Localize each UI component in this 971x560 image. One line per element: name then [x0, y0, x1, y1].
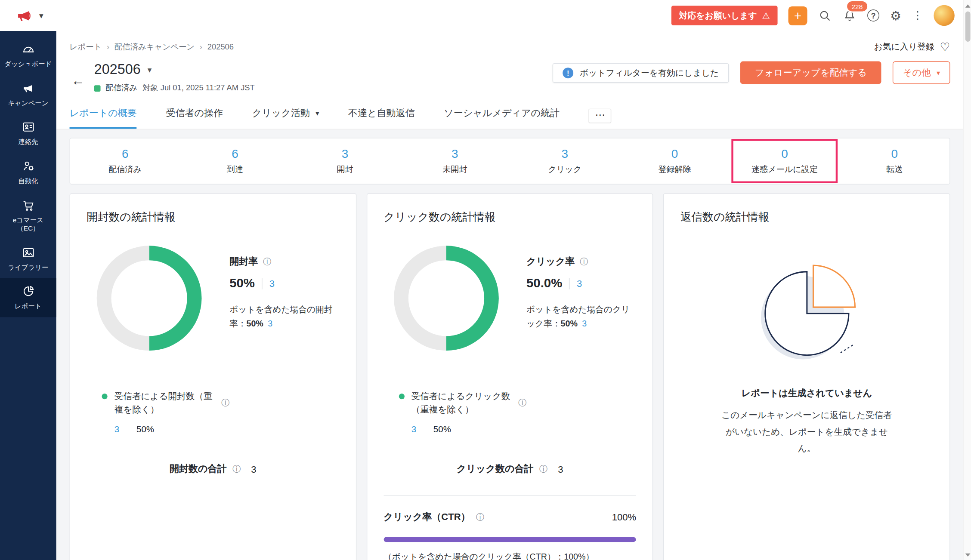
info-icon: !	[563, 68, 573, 78]
clicks-bot-note: ボットを含めた場合のクリック率：50%3	[526, 302, 636, 332]
page-title: 202506	[94, 61, 141, 77]
back-button[interactable]: ←	[71, 68, 85, 93]
tab-click-activity[interactable]: クリック活動 ▾	[252, 108, 319, 129]
open-count-link[interactable]: 3	[269, 278, 275, 289]
tab-report-overview[interactable]: レポートの概要	[70, 108, 137, 129]
info-icon[interactable]: ⓘ	[263, 256, 272, 268]
info-icon[interactable]: ⓘ	[232, 463, 241, 474]
create-new-button[interactable]: +	[789, 6, 807, 25]
app-logo-menu[interactable]: ▾	[15, 6, 43, 24]
warning-icon: ⚠	[762, 10, 770, 21]
topbar: ▾ 対応をお願いします ⚠ + 228	[0, 0, 971, 31]
tab-bounces-autoreplies[interactable]: 不達と自動返信	[348, 108, 415, 129]
sidebar-item-ecommerce[interactable]: eコマース（EC）	[0, 192, 56, 240]
scrollbar-thumb[interactable]	[965, 11, 971, 42]
replies-empty-state: レポートは生成されていません このメールキャンペーンに返信した受信者がいないため…	[680, 251, 933, 456]
add-favorite-button[interactable]: お気に入り登録 ♡	[874, 40, 950, 54]
sent-status-icon	[94, 85, 101, 92]
click-count-link[interactable]: 3	[577, 278, 582, 289]
legend-bullet-icon	[399, 394, 404, 399]
sidebar-item-campaigns[interactable]: キャンペーン	[0, 75, 56, 114]
more-options-button[interactable]: その他 ▾	[893, 61, 950, 84]
open-rate-value: 50%	[229, 276, 255, 291]
empty-state-message: このメールキャンペーンに返信した受信者がいないため、レポートを生成できません。	[720, 407, 894, 456]
stat-sent[interactable]: 6 配信済み	[70, 138, 180, 184]
opens-rate-block: 開封率 ⓘ 50% 3 ボットを含めた場合の開封率：50%3	[229, 246, 339, 332]
kebab-menu-icon: ⋮	[912, 9, 923, 22]
clicks-donut-chart	[394, 246, 499, 351]
opens-total-row: 開封数の合計 ⓘ 3	[87, 463, 339, 475]
sidebar-item-automation[interactable]: 自動化	[0, 153, 56, 192]
info-icon[interactable]: ⓘ	[580, 256, 588, 268]
sidebar-item-contacts[interactable]: 連絡先	[0, 114, 56, 153]
clicks-total-value: 3	[558, 464, 563, 474]
triangle-down-icon	[965, 553, 971, 556]
opens-stats-card: 開封数の統計情報 開封率 ⓘ 50% 3	[70, 193, 356, 560]
main-content: レポート › 配信済みキャンペーン › 202506 お気に入り登録 ♡ ← 2…	[56, 31, 964, 560]
help-button[interactable]: ?	[867, 9, 879, 22]
sidebar-item-library[interactable]: ライブラリー	[0, 239, 56, 278]
back-arrow-icon: ←	[71, 73, 85, 88]
vertical-scrollbar[interactable]	[963, 0, 971, 560]
info-icon[interactable]: ⓘ	[476, 511, 485, 523]
opens-donut-chart	[97, 246, 202, 351]
search-button[interactable]	[818, 9, 832, 22]
sidebar-item-dashboard[interactable]: ダッシュボード	[0, 36, 56, 75]
breadcrumb-reports[interactable]: レポート	[70, 41, 102, 52]
stat-forwarded[interactable]: 0 転送	[840, 138, 949, 184]
stat-unopened[interactable]: 3 未開封	[400, 138, 510, 184]
ctr-value: 100%	[612, 512, 636, 523]
card-title: 返信数の統計情報	[680, 209, 933, 224]
opens-legend-count-link[interactable]: 3	[114, 424, 119, 434]
info-icon[interactable]: ⓘ	[539, 463, 548, 474]
clicks-legend-count-link[interactable]: 3	[411, 424, 416, 434]
chevron-down-icon: ▾	[937, 68, 940, 77]
opens-legend-pct: 50%	[136, 424, 154, 434]
triangle-up-icon	[965, 4, 971, 7]
stat-clicked[interactable]: 3 クリック	[510, 138, 620, 184]
open-rate-label: 開封率	[229, 256, 258, 268]
divider	[569, 278, 569, 289]
summary-stats-bar: 6 配信済み 6 到達 3 開封 3 未開封 3 クリック	[70, 138, 950, 185]
clicks-donut-row: クリック率 ⓘ 50.0% 3 ボットを含めた場合のクリック率：50%3	[383, 246, 636, 351]
report-tabs: レポートの概要 受信者の操作 クリック活動 ▾ 不達と自動返信 ソーシャルメディ…	[70, 108, 950, 129]
stat-unsubscribed[interactable]: 0 登録解除	[620, 138, 730, 184]
opens-legend: 受信者による開封数（重複を除く） ⓘ 3 50%	[87, 390, 339, 434]
sent-timestamp: 対象 Jul 01, 2025 11:27 AM JST	[142, 83, 255, 93]
pie-chart-icon	[21, 285, 35, 298]
status-badge: 配信済み	[105, 83, 137, 93]
status-line: 配信済み 対象 Jul 01, 2025 11:27 AM JST	[94, 83, 255, 93]
clicks-legend-pct: 50%	[433, 424, 451, 434]
stat-delivered[interactable]: 6 到達	[180, 138, 290, 184]
tabs-overflow-button[interactable]: ⋯	[589, 109, 612, 123]
stat-marked-spam[interactable]: 0 迷惑メールに設定	[730, 138, 839, 184]
overflow-menu-button[interactable]: ⋮	[912, 9, 923, 22]
contact-card-icon	[21, 120, 35, 134]
cart-icon	[21, 198, 35, 212]
info-icon[interactable]: ⓘ	[221, 397, 230, 409]
legend-bullet-icon	[102, 394, 107, 399]
campaign-title-dropdown[interactable]: 202506 ▾	[94, 61, 255, 77]
send-followup-button[interactable]: フォローアップを配信する	[740, 61, 881, 84]
click-bot-count-link[interactable]: 3	[582, 319, 587, 329]
title-row: ← 202506 ▾ 配信済み 対象 Jul 01, 2025 11:27 AM…	[70, 61, 950, 93]
settings-button[interactable]: ⚙	[890, 8, 901, 23]
report-body: 6 配信済み 6 到達 3 開封 3 未開封 3 クリック	[56, 129, 964, 560]
tab-social-stats[interactable]: ソーシャルメディアの統計	[444, 108, 560, 129]
breadcrumb-sent-campaigns[interactable]: 配信済みキャンペーン	[114, 41, 195, 52]
opens-bot-note: ボットを含めた場合の開封率：50%3	[229, 302, 339, 332]
bot-filter-notice: ! ボットフィルターを有効にしました	[553, 63, 729, 83]
user-avatar[interactable]	[934, 5, 954, 26]
tab-recipient-activity[interactable]: 受信者の操作	[166, 108, 223, 129]
scroll-down-button[interactable]	[964, 550, 971, 559]
open-bot-count-link[interactable]: 3	[268, 319, 272, 329]
sidebar-item-reports[interactable]: レポート	[0, 278, 56, 317]
info-icon[interactable]: ⓘ	[518, 397, 527, 409]
opens-total-value: 3	[251, 464, 256, 474]
search-icon	[818, 9, 832, 22]
stat-opened[interactable]: 3 開封	[290, 138, 400, 184]
breadcrumb-separator-icon: ›	[107, 42, 109, 51]
attention-required-button[interactable]: 対応をお願いします ⚠	[671, 6, 778, 25]
scroll-up-button[interactable]	[964, 1, 971, 10]
clicks-legend: 受信者によるクリック数（重複を除く） ⓘ 3 50%	[383, 390, 636, 434]
